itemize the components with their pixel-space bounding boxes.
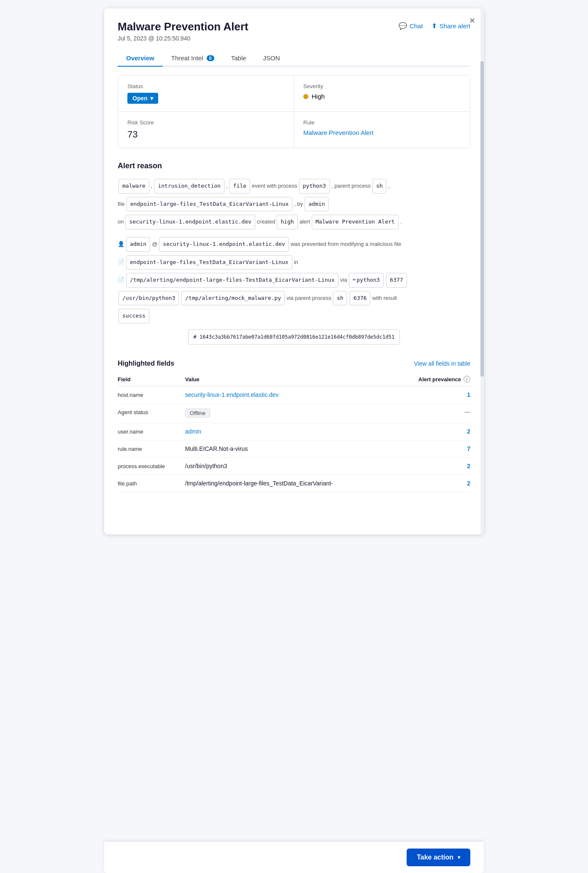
field-name: host.name	[118, 386, 185, 404]
reason-row-6: 📄 /tmp/alerting/endpoint-large-files-Tes…	[118, 272, 470, 288]
highlighted-fields-title: Highlighted fields	[118, 360, 174, 367]
status-chevron: ▾	[150, 95, 153, 102]
header-top: Malware Prevention Alert Jul 5, 2023 @ 1…	[118, 20, 470, 42]
token-python3: python3	[299, 179, 330, 194]
panel-title: Malware Prevention Alert	[118, 20, 248, 33]
share-button[interactable]: ⬆ Share alert	[432, 22, 470, 30]
prevalence-value[interactable]: 2	[467, 463, 470, 469]
close-button[interactable]: ✕	[467, 15, 477, 26]
text-in: in	[294, 256, 298, 269]
alert-reason-section: Alert reason malware , intrusion_detecti…	[118, 162, 470, 345]
tab-threat-intel-label: Threat Intel	[171, 54, 203, 62]
col-value: Value	[185, 372, 396, 386]
field-value[interactable]: security-linux-1.endpoint.elastic.dev	[185, 386, 396, 404]
text-via-parent: via parent process	[286, 292, 331, 304]
info-grid: Status Open ▾ Severity High Risk Score 7…	[118, 75, 470, 148]
highlighted-fields-section: Highlighted fields View all fields in ta…	[118, 360, 470, 492]
hash-token: # 1643c3a3bb7617abe07a1d68fd105a972d0816…	[188, 329, 400, 345]
tab-bar: Overview Threat Intel 0 Table JSON	[118, 50, 470, 67]
field-prevalence: —	[396, 404, 470, 423]
field-prevalence[interactable]: 7	[396, 440, 470, 458]
col-prevalence: Alert prevalence i	[396, 372, 470, 386]
field-value[interactable]: admin	[185, 423, 396, 440]
token-host2: security-linux-1.endpoint.elastic.dev	[159, 237, 289, 252]
severity-text: High	[312, 93, 325, 100]
field-prevalence[interactable]: 1	[396, 386, 470, 404]
col-field: Field	[118, 372, 185, 386]
comma-3: ,	[388, 180, 390, 192]
tab-json-label: JSON	[263, 54, 280, 62]
threat-intel-badge: 0	[207, 55, 214, 61]
tab-threat-intel[interactable]: Threat Intel 0	[163, 50, 223, 66]
field-value: /usr/bin/python3	[185, 458, 396, 475]
token-malware: malware	[119, 179, 149, 194]
severity-dot	[303, 94, 308, 99]
prevalence-value[interactable]: 1	[467, 391, 470, 398]
token-success: success	[119, 309, 149, 323]
prevalence-value: —	[464, 409, 470, 415]
token-file: file	[229, 179, 250, 194]
token-tmp-path: /tmp/alerting/endpoint-large-files-TestD…	[126, 273, 338, 288]
text-by: , by	[294, 198, 303, 210]
field-value: Offline	[185, 404, 396, 423]
severity-label: Severity	[303, 83, 461, 89]
comma-2: ,	[226, 180, 228, 192]
text-file: file	[118, 198, 125, 210]
tab-json[interactable]: JSON	[255, 50, 289, 66]
file-icon2: 📄	[118, 274, 124, 286]
severity-value: High	[303, 93, 461, 100]
main-content: Status Open ▾ Severity High Risk Score 7…	[104, 75, 484, 534]
view-all-fields-link[interactable]: View all fields in table	[414, 360, 470, 367]
file-icon: 📄	[118, 256, 124, 269]
text-prevented: was prevented from modifying a malicious…	[291, 238, 401, 251]
prevalence-info-icon[interactable]: i	[464, 376, 470, 383]
risk-score-value: 73	[127, 129, 284, 140]
token-file2: endpoint-large-files_TestData_EicarVaria…	[126, 255, 292, 270]
status-dropdown[interactable]: Open ▾	[127, 93, 158, 104]
field-prevalence[interactable]: 2	[396, 423, 470, 440]
reason-row-1: malware , intrusion_detection , file eve…	[118, 178, 470, 194]
field-prevalence[interactable]: 2	[396, 475, 470, 492]
rule-link[interactable]: Malware Prevention Alert	[303, 129, 374, 136]
token-usr-python: /usr/bin/python3	[119, 291, 179, 306]
field-value-link[interactable]: admin	[185, 428, 201, 435]
prevalence-value[interactable]: 2	[467, 428, 470, 435]
col-prevalence-label: Alert prevalence	[418, 376, 461, 383]
token-admin-user: admin	[305, 197, 329, 212]
comma-1: ,	[151, 180, 153, 192]
tab-table[interactable]: Table	[223, 50, 255, 66]
chat-button[interactable]: 💬 Chat	[399, 22, 423, 30]
tab-overview[interactable]: Overview	[118, 50, 163, 66]
field-name: file.path	[118, 475, 185, 492]
alert-reason-content: malware , intrusion_detection , file eve…	[118, 178, 470, 345]
file-icon2-wrap: 📄	[118, 274, 124, 286]
field-value: /tmp/alerting/endpoint-large-files_TestD…	[185, 475, 396, 492]
table-row: file.path/tmp/alerting/endpoint-large-fi…	[118, 475, 470, 492]
table-row: rule.nameMulti.EICAR.Not-a-virus7	[118, 440, 470, 458]
field-value-link[interactable]: security-linux-1.endpoint.elastic.dev	[185, 391, 279, 398]
field-name: user.name	[118, 423, 185, 440]
field-prevalence[interactable]: 2	[396, 458, 470, 475]
token-high: high	[277, 215, 297, 229]
risk-score-label: Risk Score	[127, 119, 284, 126]
text-via: via	[340, 274, 347, 286]
reason-row-8: success	[118, 308, 470, 324]
chat-label: Chat	[410, 22, 423, 30]
token-pid2: 6376	[350, 291, 370, 306]
text-created: created	[257, 216, 275, 228]
text-with-result: with result	[372, 292, 397, 304]
field-name: Agent status	[118, 404, 185, 423]
table-row: Agent statusOffline—	[118, 404, 470, 423]
table-row: user.nameadmin2	[118, 423, 470, 440]
chat-icon: 💬	[399, 22, 407, 30]
table-row: process.executable/usr/bin/python32	[118, 458, 470, 475]
prevalence-value[interactable]: 7	[467, 445, 470, 452]
text-event-with-process: event with process	[252, 180, 297, 192]
highlighted-fields-table: Field Value Alert prevalence i host.name…	[118, 372, 470, 492]
token-host: security-linux-1.endpoint.elastic.dev	[125, 215, 255, 229]
prevalence-value[interactable]: 2	[467, 480, 470, 487]
text-alert: alert	[299, 216, 310, 228]
reason-desc: 👤 admin @ security-linux-1.endpoint.elas…	[118, 236, 470, 324]
tab-overview-label: Overview	[126, 54, 154, 62]
reason-row-7: /usr/bin/python3 /tmp/alerting/mock_malw…	[118, 290, 470, 307]
